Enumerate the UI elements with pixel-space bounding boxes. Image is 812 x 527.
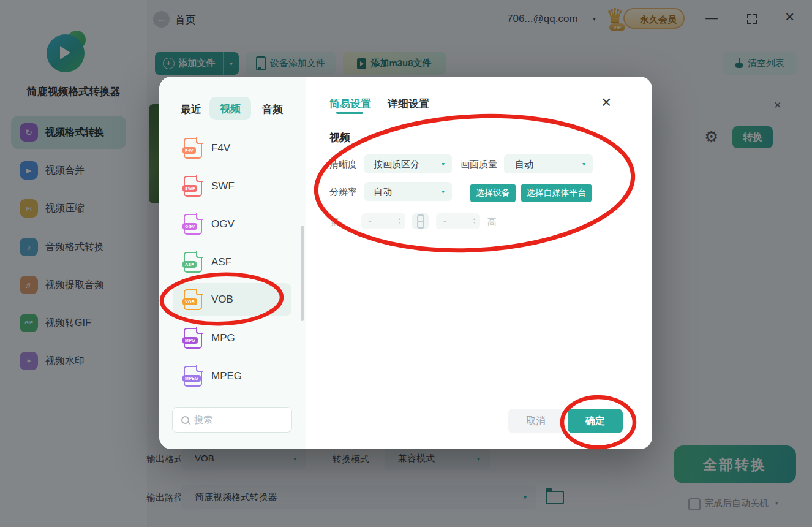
format-item-mpg[interactable]: MPG MPG	[159, 328, 306, 350]
vob-file-icon: VOB	[184, 289, 202, 310]
resolution-label: 分辨率	[329, 186, 357, 198]
caret-down-icon: ▾	[442, 161, 445, 167]
f4v-file-icon: F4V	[184, 138, 202, 159]
height-stepper[interactable]: - ▴▾	[436, 213, 480, 229]
resolution-dropdown[interactable]: 自动 ▾	[364, 182, 452, 201]
mpg-file-icon: MPG	[184, 328, 202, 349]
stepper-arrows-icon[interactable]: ▴▾	[399, 217, 400, 224]
width-stepper[interactable]: - ▴▾	[361, 213, 405, 229]
height-label: 高	[487, 216, 497, 228]
tab-simple-settings[interactable]: 简易设置	[329, 97, 371, 111]
app-window: 简鹿视频格式转换器 ↻ 视频格式转换 ▶ 视频合并 )▸( 视频压缩 ♪ 音频格…	[0, 0, 812, 527]
tab-detailed-settings[interactable]: 详细设置	[388, 97, 429, 111]
tab-video[interactable]: 视频	[209, 97, 251, 120]
clarity-dropdown[interactable]: 按画质区分 ▾	[364, 154, 452, 173]
clarity-label: 清晰度	[329, 159, 357, 170]
format-item-swf[interactable]: SWF SWF	[159, 176, 306, 198]
format-item-f4v[interactable]: F4V F4V	[159, 138, 306, 160]
ok-button[interactable]: 确定	[568, 409, 623, 433]
format-list-scrollbar[interactable]	[301, 226, 304, 321]
swf-file-icon: SWF	[184, 176, 202, 197]
format-item-asf[interactable]: ASF ASF	[159, 252, 306, 274]
caret-down-icon: ▾	[582, 161, 585, 167]
select-media-platform-button[interactable]: 选择自媒体平台	[521, 184, 592, 202]
active-tab-underline	[336, 112, 363, 114]
search-input[interactable]: 搜索	[172, 407, 292, 433]
format-settings-modal: 最近 视频 音频 F4V F4V SWF SWF OGV OGV ASF ASF	[159, 77, 652, 449]
cancel-button[interactable]: 取消	[508, 409, 563, 433]
caret-down-icon: ▾	[442, 188, 445, 195]
select-device-button[interactable]: 选择设备	[470, 184, 516, 202]
quality-dropdown[interactable]: 自动 ▾	[504, 154, 593, 173]
stepper-arrows-icon[interactable]: ▴▾	[473, 217, 475, 224]
link-dimensions-icon[interactable]	[412, 213, 429, 229]
format-item-vob-selected[interactable]: VOB VOB	[159, 289, 306, 311]
ogv-file-icon: OGV	[184, 214, 202, 235]
tab-recent[interactable]: 最近	[181, 102, 201, 116]
tab-audio[interactable]: 音频	[262, 102, 283, 116]
width-label: 宽	[329, 216, 339, 228]
modal-close-icon[interactable]: ×	[601, 93, 611, 112]
quality-label: 画面质量	[461, 159, 497, 170]
format-item-ogv[interactable]: OGV OGV	[159, 214, 306, 236]
search-icon	[181, 416, 189, 424]
asf-file-icon: ASF	[184, 252, 202, 273]
video-section-title: 视频	[329, 131, 350, 145]
format-item-mpeg[interactable]: MPEG MPEG	[159, 366, 306, 388]
mpeg-file-icon: MPEG	[184, 366, 202, 387]
search-placeholder: 搜索	[194, 414, 212, 426]
